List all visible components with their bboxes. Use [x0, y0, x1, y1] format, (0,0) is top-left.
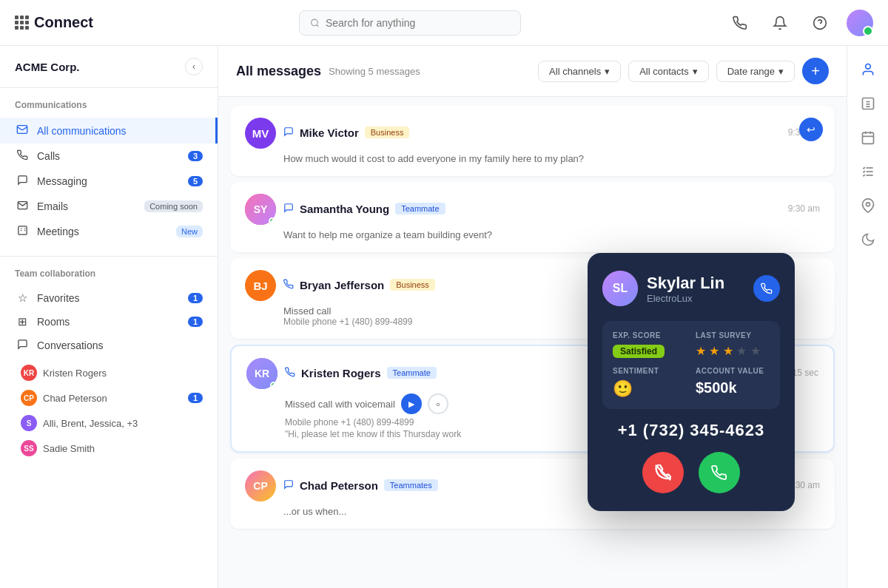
- right-icon-checklist[interactable]: [853, 157, 883, 186]
- user-avatar[interactable]: [847, 10, 873, 36]
- sidebar-item-all-comms[interactable]: All communications: [0, 118, 218, 143]
- msg-tag-samantha: Teammate: [395, 203, 445, 214]
- right-sidebar: [847, 46, 888, 588]
- search-icon: [310, 18, 320, 28]
- sidebar-item-conversations[interactable]: Conversations: [0, 334, 218, 357]
- emails-label: Emails: [37, 200, 137, 212]
- title-area: All messages Showing 5 messages: [236, 64, 420, 79]
- sidebar-item-messaging[interactable]: Messaging 5: [0, 169, 218, 194]
- search-area: [102, 10, 718, 36]
- conversations-label: Conversations: [37, 339, 104, 351]
- right-icon-pin[interactable]: [853, 191, 883, 220]
- svg-point-0: [312, 19, 318, 26]
- svg-rect-3: [17, 126, 27, 134]
- record-button[interactable]: ○: [428, 393, 448, 414]
- caller-avatar: SL: [602, 271, 638, 306]
- msg-avatar-samantha: SY: [245, 194, 276, 225]
- bell-icon[interactable]: [767, 10, 793, 36]
- msg-time-kristen: 15 sec: [793, 368, 818, 378]
- msg-info-mike: Mike Victor Business 9:30 am: [283, 126, 820, 141]
- caller-details: Skylar Lin ElectroLux: [647, 274, 724, 304]
- messaging-badge: 5: [188, 176, 203, 186]
- msg-avatar-bryan: BJ: [245, 270, 276, 301]
- caller-company: ElectroLux: [647, 293, 724, 304]
- left-sidebar: ACME Corp. ‹ Communications All communic…: [0, 46, 218, 588]
- filter-channels[interactable]: All channels ▾: [538, 61, 621, 82]
- search-input[interactable]: [326, 17, 510, 29]
- meetings-icon: [15, 225, 30, 238]
- filter-daterange[interactable]: Date range ▾: [716, 61, 795, 82]
- account-value: $500k: [696, 379, 770, 396]
- calls-icon: [15, 149, 30, 163]
- msg-header-mike: MV Mike Victor Business 9:30 am: [245, 118, 820, 149]
- msg-tag-chad: Teammates: [384, 479, 438, 491]
- stat-exp-score: EXP. SCORE Satisfied: [613, 331, 687, 358]
- alli-label: Alli, Brent, Jessica, +3: [43, 418, 138, 429]
- sub-item-sadie[interactable]: SS Sadie Smith: [0, 436, 218, 461]
- msg-name-chad: Chad Peterson: [300, 479, 378, 492]
- decline-button[interactable]: [642, 452, 684, 493]
- center-panel: All messages Showing 5 messages All chan…: [218, 46, 847, 588]
- filter-contacts[interactable]: All contacts ▾: [628, 61, 708, 82]
- stats-grid: EXP. SCORE Satisfied LAST SURVEY ★ ★ ★ ★…: [602, 321, 780, 409]
- main-layout: ACME Corp. ‹ Communications All communic…: [0, 46, 888, 588]
- star-2: ★: [709, 345, 719, 357]
- sidebar-item-rooms[interactable]: ⊞ Rooms 1: [0, 310, 218, 334]
- reply-button-mike[interactable]: ↩: [799, 118, 823, 141]
- sub-item-kristen[interactable]: KR Kristen Rogers: [0, 360, 218, 385]
- collapse-button[interactable]: ‹: [185, 58, 203, 75]
- help-icon[interactable]: [807, 10, 833, 36]
- exp-score-value: Satisfied: [613, 345, 665, 358]
- msg-header-samantha: SY Samantha Young Teammate: [245, 194, 820, 225]
- msg-avatar-chad: CP: [245, 470, 276, 501]
- sub-item-alli[interactable]: S Alli, Brent, Jessica, +3: [0, 410, 218, 436]
- last-survey-label: LAST SURVEY: [696, 331, 770, 339]
- grid-icon: [15, 16, 28, 30]
- msg-time-samantha: 9:30 am: [788, 203, 820, 214]
- msg-name-kristen: Kristen Rogers: [301, 367, 381, 379]
- msg-avatar-kristen: KR: [246, 358, 278, 389]
- sidebar-item-label: All communications: [37, 125, 201, 137]
- center-title: All messages: [236, 64, 321, 79]
- msg-tag-mike: Business: [365, 126, 410, 138]
- collab-title: Team collaboration: [0, 268, 218, 286]
- accept-button[interactable]: [699, 452, 740, 493]
- right-icon-calendar[interactable]: [853, 123, 883, 152]
- star-3: ★: [723, 345, 733, 357]
- sub-items: KR Kristen Rogers CP Chad Peterson 1 S A…: [0, 357, 218, 464]
- app-wrapper: Connect ACME Corp. ‹: [0, 0, 888, 588]
- emails-badge: Coming soon: [144, 200, 203, 212]
- phone-icon[interactable]: [727, 10, 753, 36]
- chad-badge: 1: [188, 393, 203, 403]
- right-icon-person[interactable]: [853, 55, 883, 84]
- account-value-label: ACCOUNT VALUE: [696, 367, 770, 375]
- chevron-down-icon-2: ▾: [693, 66, 698, 77]
- sidebar-item-meetings[interactable]: Meetings New: [0, 219, 218, 244]
- message-card-mike[interactable]: MV Mike Victor Business 9:30 am: [230, 106, 835, 176]
- sidebar-item-emails[interactable]: Emails Coming soon: [0, 194, 218, 219]
- messaging-label: Messaging: [37, 175, 181, 187]
- channel-icon-kristen: [285, 367, 295, 379]
- play-voicemail-button[interactable]: ▶: [401, 393, 422, 414]
- right-icon-moon[interactable]: [853, 225, 883, 254]
- channel-icon-bryan: [283, 279, 294, 291]
- caller-call-icon: [753, 275, 780, 302]
- star-icon: ☆: [15, 291, 30, 305]
- right-icon-building[interactable]: [853, 89, 883, 118]
- sidebar-item-favorites[interactable]: ☆ Favorites 1: [0, 286, 218, 310]
- channel-icon-chad: [283, 479, 294, 492]
- chad-label: Chad Peterson: [43, 393, 107, 404]
- search-box[interactable]: [299, 10, 521, 36]
- add-button[interactable]: +: [802, 58, 829, 84]
- sidebar-item-calls[interactable]: Calls 3: [0, 143, 218, 169]
- emails-icon: [15, 200, 30, 213]
- channel-icon-samantha: [283, 203, 294, 215]
- kristen-missed: Missed call with voicemail: [285, 399, 395, 410]
- msg-name-mike: Mike Victor: [300, 126, 359, 139]
- sadie-label: Sadie Smith: [43, 443, 95, 454]
- center-subtitle: Showing 5 messages: [329, 66, 420, 77]
- chad-avatar: CP: [21, 390, 37, 406]
- sub-item-chad[interactable]: CP Chad Peterson 1: [0, 385, 218, 410]
- stat-last-survey: LAST SURVEY ★ ★ ★ ★ ★: [696, 331, 770, 358]
- message-card-samantha[interactable]: SY Samantha Young Teammate: [230, 182, 835, 252]
